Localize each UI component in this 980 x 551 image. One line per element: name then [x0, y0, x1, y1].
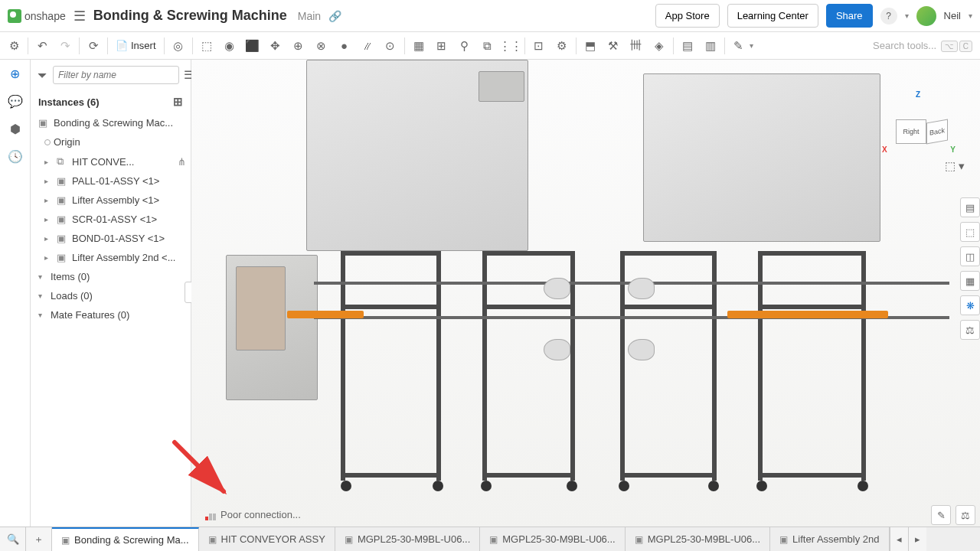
fastened-icon[interactable]: ⬚ — [196, 35, 217, 57]
logo[interactable]: onshape — [8, 9, 66, 23]
collapse-icon[interactable]: ▾ — [38, 272, 47, 281]
expand-icon[interactable]: ▸ — [44, 158, 54, 166]
snap-icon[interactable]: ⊡ — [528, 35, 550, 57]
hide-show-icon[interactable]: ▤ — [960, 197, 980, 217]
help-icon[interactable]: ? — [880, 8, 897, 24]
expand-icon[interactable]: ▸ — [44, 234, 54, 243]
tab[interactable]: ▣ MGPL25-30-M9BL-U06... — [480, 527, 625, 551]
exploded-view-icon[interactable]: ▤ — [677, 35, 698, 57]
tool2-icon[interactable]: 卌 — [626, 35, 647, 57]
planar-mate-icon[interactable]: ✥ — [265, 35, 286, 57]
axis-y-label: Y — [950, 145, 956, 154]
menu-icon[interactable]: ☰ — [74, 8, 86, 24]
feature-tree-icon[interactable]: ⚙ — [3, 35, 24, 57]
tab[interactable]: ▣ MGPL25-30-M9BL-U06... — [335, 527, 480, 551]
parallel-mate-icon[interactable]: ⫽ — [357, 35, 378, 57]
tab-scroll-left-icon[interactable]: ◂ — [890, 527, 908, 551]
display-icon[interactable]: ▦ — [960, 271, 980, 291]
pattern-icon[interactable]: ⋮⋮ — [500, 35, 521, 57]
tab-scroll-right-icon[interactable]: ▸ — [908, 527, 926, 551]
mass-tool-icon[interactable]: ⚖ — [956, 505, 975, 525]
expand-icon[interactable]: ▸ — [44, 196, 54, 204]
tree-item[interactable]: ▸ ▣ BOND-01-ASSY <1> — [31, 229, 191, 248]
connection-icon — [205, 510, 216, 520]
user-avatar[interactable] — [916, 6, 936, 26]
mass-props-icon[interactable]: ⚖ — [960, 320, 980, 340]
versions-icon[interactable]: 🕓 — [6, 147, 24, 165]
relation-icon[interactable]: ⚲ — [454, 35, 475, 57]
materials-icon[interactable]: ⬢ — [6, 119, 24, 138]
learning-center-button[interactable]: Learning Center — [727, 4, 818, 28]
link-icon[interactable]: 🔗 — [328, 10, 341, 22]
share-button[interactable]: Share — [826, 4, 873, 28]
undo-icon[interactable]: ↶ — [31, 35, 53, 57]
redo-icon[interactable]: ↷ — [54, 35, 76, 57]
tab-assembly-icon: ▣ — [61, 535, 70, 546]
reload-icon[interactable]: ⟳ — [83, 35, 104, 57]
expand-icon[interactable]: ▸ — [44, 177, 54, 185]
tab-search-icon[interactable]: 🔍 — [0, 527, 26, 551]
slider-mate-icon[interactable]: ⬛ — [242, 35, 263, 57]
tree-item[interactable]: ▸ ▣ SCR-01-ASSY <1> — [31, 210, 191, 229]
user-dropdown-icon[interactable]: ▾ — [969, 11, 972, 20]
insert-button[interactable]: 📄 Insert — [111, 35, 161, 57]
tab[interactable]: ▣ Lifter Assembly 2nd — [770, 527, 889, 551]
cylindrical-mate-icon[interactable]: ⊕ — [288, 35, 309, 57]
tree-item[interactable]: ▸ ▣ Lifter Assembly 2nd <... — [31, 248, 191, 267]
measure-tool-icon[interactable]: ✎ — [931, 505, 951, 525]
tab[interactable]: ▣ MGPL25-30-M9BL-U06... — [626, 527, 770, 551]
app-store-button[interactable]: App Store — [655, 4, 720, 28]
user-name[interactable]: Neil — [944, 10, 961, 21]
filter-icon[interactable]: ⏷ — [37, 69, 48, 82]
expand-icon[interactable]: ▸ — [44, 253, 54, 262]
search-tools[interactable]: Search tools... ⌥C — [873, 40, 977, 52]
isometric-icon[interactable]: ⬚ — [960, 222, 980, 242]
tree-item[interactable]: ▸ ▣ PALL-01-ASSY <1> — [31, 171, 191, 191]
tree-item[interactable]: ▸ ▣ Lifter Assembly <1> — [31, 191, 191, 210]
tool3-icon[interactable]: ◈ — [648, 35, 670, 57]
ball-mate-icon[interactable]: ● — [334, 35, 355, 57]
section-icon[interactable]: ◫ — [960, 246, 980, 266]
mate-connector-icon[interactable]: ⊞ — [431, 35, 452, 57]
tree-root[interactable]: ▣ Bonding & Screwing Mac... — [31, 113, 191, 132]
viewcube-back[interactable]: Back — [926, 119, 948, 145]
instances-header[interactable]: Instances (6) ⊞ — [31, 90, 191, 113]
add-component-icon[interactable]: ⊕ — [6, 64, 24, 83]
tree-item[interactable]: ▸ ⧉ HIT CONVE... ⋔ — [31, 152, 191, 171]
tab[interactable]: ▣ HIT CONVEYOR ASSY — [199, 527, 335, 551]
measure-icon[interactable]: ✎ — [728, 35, 750, 57]
tab[interactable]: ▣ Bonding & Screwing Ma... — [52, 527, 199, 551]
tree-mates-section[interactable]: ▾ Mate Features (0) — [31, 305, 191, 324]
tab-add-icon[interactable]: ＋ — [26, 527, 52, 551]
model-canvas[interactable] — [191, 60, 980, 527]
named-position-icon[interactable]: ⬒ — [580, 35, 601, 57]
tool1-icon[interactable]: ⚒ — [603, 35, 624, 57]
measure-dropdown-icon[interactable]: ▾ — [750, 41, 753, 50]
branch-label[interactable]: Main — [298, 10, 321, 22]
collapse-icon[interactable]: ▾ — [38, 292, 47, 300]
replicate-icon[interactable]: ⧉ — [477, 35, 498, 57]
viewport[interactable]: Z Right Back Y X ⬚ ▾ ▤ ⬚ ◫ ▦ ❋ ⚖ — [191, 60, 980, 527]
pin-slot-icon[interactable]: ⊗ — [311, 35, 332, 57]
revolute-mate-icon[interactable]: ◉ — [219, 35, 240, 57]
origin-label: Origin — [54, 136, 186, 148]
viewcube[interactable]: Z Right Back Y X — [888, 98, 949, 144]
gear-relation-icon[interactable]: ⚙ — [551, 35, 573, 57]
viewcube-right[interactable]: Right — [896, 119, 926, 144]
group-icon[interactable]: ▦ — [408, 35, 430, 57]
tree-loads-section[interactable]: ▾ Loads (0) — [31, 286, 191, 305]
expand-icon[interactable]: ▸ — [44, 215, 54, 223]
display-states-icon[interactable]: ▥ — [700, 35, 721, 57]
filter-input[interactable] — [53, 66, 179, 84]
collapse-icon[interactable]: ▾ — [38, 311, 47, 319]
comments-icon[interactable]: 💬 — [6, 92, 24, 110]
help-dropdown-icon[interactable]: ▾ — [905, 11, 909, 20]
document-title[interactable]: Bonding & Screwing Machine — [93, 8, 287, 24]
tree-items-section[interactable]: ▾ Items (0) — [31, 267, 191, 286]
tangent-mate-icon[interactable]: ⊙ — [380, 35, 401, 57]
revolute-icon[interactable]: ◎ — [168, 35, 189, 57]
add-instance-icon[interactable]: ⊞ — [173, 95, 183, 109]
appearance-icon[interactable]: ❋ — [960, 295, 980, 315]
tree-origin[interactable]: Origin — [31, 132, 191, 152]
view-3d-icon[interactable]: ⬚ ▾ — [945, 159, 965, 173]
